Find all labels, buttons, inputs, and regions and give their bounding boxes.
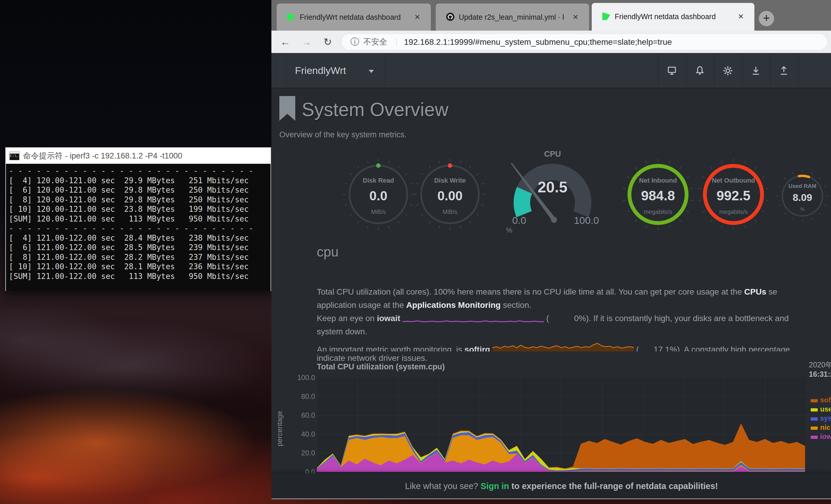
netdata-page: FriendlyWrt — [271, 53, 831, 498]
terminal-line: [SUM] 120.00-121.00 sec 113 MBytes 950 M… — [9, 214, 270, 224]
y-tick: 100.0 — [289, 373, 315, 382]
gauge-disk-read[interactable]: Disk Read 0.0 MiB/s — [340, 156, 417, 234]
terminal-line: - - - - - - - - - - - - - - - - - - - - … — [9, 166, 270, 176]
github-favicon — [446, 12, 455, 21]
chart-time: 16:31:2 — [809, 370, 831, 379]
legend-swatch — [811, 436, 818, 439]
terminal-line: [SUM] 121.00-122.00 sec 113 MBytes 950 M… — [9, 272, 270, 281]
svg-text:megabits/s: megabits/s — [719, 209, 748, 215]
upload-icon[interactable] — [778, 65, 789, 76]
tab-close-icon[interactable]: × — [411, 11, 423, 23]
netdata-header: FriendlyWrt — [271, 53, 831, 88]
svg-text:Net Inbound: Net Inbound — [639, 177, 677, 184]
chevron-down-icon — [369, 70, 374, 73]
tab-netdata-1[interactable]: FriendlyWrt netdata dashboard × — [277, 3, 431, 31]
forward-button[interactable]: → — [300, 35, 313, 48]
security-label[interactable]: 不安全 — [363, 34, 387, 50]
sign-in-link[interactable]: Sign in — [481, 481, 509, 491]
iowait-sparkline[interactable] — [403, 316, 544, 322]
terminal-output[interactable]: - - - - - - - - - - - - - - - - - - - - … — [6, 164, 270, 291]
status-dot — [448, 164, 452, 168]
screen: C:\. 命令提示符 - iperf3 -c 192.168.1.2 -P4 -… — [0, 0, 831, 504]
svg-text:0.0: 0.0 — [512, 215, 526, 226]
netdata-favicon — [602, 12, 610, 21]
svg-text:0.0: 0.0 — [369, 188, 387, 203]
cmd-icon: C:\. — [9, 151, 20, 160]
legend-swatch — [811, 399, 818, 403]
terminal-line: [ 4] 120.00-121.00 sec 29.9 MBytes 251 M… — [9, 176, 270, 185]
terminal-line: [ 8] 121.00-122.00 sec 28.2 MBytes 237 M… — [9, 253, 270, 262]
banner-text: Like what you see? — [405, 481, 480, 491]
terminal-line: [ 6] 121.00-122.00 sec 28.5 MBytes 239 M… — [9, 243, 270, 253]
monitor-icon[interactable] — [666, 65, 677, 76]
status-dot — [376, 164, 381, 168]
y-tick: 20.0 — [289, 449, 315, 457]
download-icon[interactable] — [750, 65, 761, 76]
address-bar[interactable]: ⓘ 不安全 192.168.2.1:19999/#menu_system_sub… — [341, 34, 828, 50]
tab-title: Update r2s_lean_minimal.yml · k — [459, 3, 564, 31]
svg-text:%: % — [800, 207, 804, 212]
tab-netdata-2-active[interactable]: FriendlyWrt netdata dashboard × — [592, 3, 754, 31]
gauge-cpu-title: CPU — [498, 150, 607, 159]
gauge-net-outbound[interactable]: Net Outbound 992.5 megabits/s — [695, 156, 772, 234]
terminal-title: 命令提示符 - iperf3 -c 192.168.1.2 -P4 -t1000 — [23, 148, 182, 164]
svg-text:%: % — [506, 226, 512, 234]
svg-text:Disk Read: Disk Read — [363, 177, 394, 184]
gauge-used-ram[interactable]: Used RAM 8.09 % — [774, 168, 830, 225]
page-title: System Overview — [302, 96, 449, 123]
legend-swatch — [811, 417, 818, 421]
y-tick: 40.0 — [289, 430, 315, 439]
gauge-disk-write[interactable]: Disk Write 0.00 MiB/s — [412, 156, 488, 234]
chart-legend: softirqusersystemniceiowait — [811, 395, 831, 441]
terminal-line: [ 8] 120.00-121.00 sec 29.8 MBytes 250 M… — [9, 195, 270, 205]
legend-item-softirq[interactable]: softirq — [811, 395, 831, 405]
terminal-titlebar[interactable]: C:\. 命令提示符 - iperf3 -c 192.168.1.2 -P4 -… — [6, 148, 270, 164]
y-tick: 60.0 — [289, 411, 315, 420]
section-heading-cpu: cpu — [317, 244, 339, 260]
softirq-sparkline[interactable] — [492, 338, 634, 351]
netdata-favicon — [287, 12, 295, 21]
svg-text:20.5: 20.5 — [538, 178, 567, 196]
terminal-line: [ 10] 120.00-121.00 sec 23.8 MBytes 199 … — [9, 204, 270, 214]
applications-monitoring-link[interactable]: Applications Monitoring — [406, 300, 501, 309]
cpu-description: Total CPU utilization (all cores). 100% … — [317, 285, 831, 365]
legend-item-iowait[interactable]: iowait — [811, 432, 831, 441]
cpus-link[interactable]: CPUs — [744, 287, 767, 296]
site-info-icon[interactable]: ⓘ — [350, 34, 359, 50]
gear-icon[interactable] — [722, 65, 733, 76]
tab-close-icon[interactable]: × — [735, 10, 747, 22]
svg-text:100.0: 100.0 — [574, 215, 599, 226]
y-axis-label: percentage — [276, 384, 284, 473]
new-tab-button[interactable]: + — [759, 11, 774, 26]
browser-window: FriendlyWrt netdata dashboard × Update r… — [271, 0, 831, 499]
svg-text:0.00: 0.00 — [437, 188, 463, 203]
url-text[interactable]: 192.168.2.1:19999/#menu_system_submenu_c… — [404, 34, 672, 50]
legend-item-system[interactable]: system — [811, 414, 831, 423]
legend-item-nice[interactable]: nice — [811, 423, 831, 432]
host-dropdown[interactable]: FriendlyWrt — [295, 53, 346, 88]
signin-banner: Like what you see? Sign in to experience… — [271, 474, 831, 498]
tab-strip: FriendlyWrt netdata dashboard × Update r… — [271, 0, 831, 31]
gauge-cpu[interactable]: CPU 20.5 0.0 100.0 % — [498, 150, 607, 236]
back-button[interactable]: ← — [279, 35, 292, 48]
bookmark-icon — [279, 96, 295, 121]
gauge-net-inbound[interactable]: Net Inbound 984.8 megabits/s — [620, 156, 696, 234]
reload-button[interactable]: ↻ — [321, 35, 334, 48]
legend-swatch — [811, 426, 818, 430]
svg-text:MiB/s: MiB/s — [371, 209, 386, 215]
svg-text:MiB/s: MiB/s — [442, 209, 457, 215]
chart-date: 2020年3 — [809, 360, 831, 370]
svg-text:megabits/s: megabits/s — [644, 209, 672, 215]
legend-swatch — [811, 408, 818, 412]
tab-close-icon[interactable]: × — [570, 11, 581, 23]
terminal-line: - - - - - - - - - - - - - - - - - - - - … — [9, 224, 270, 233]
legend-item-user[interactable]: user — [811, 405, 831, 414]
terminal-window[interactable]: C:\. 命令提示符 - iperf3 -c 192.168.1.2 -P4 -… — [5, 147, 271, 291]
tab-github[interactable]: Update r2s_lean_minimal.yml · k × — [435, 3, 589, 31]
cpu-utilization-chart[interactable] — [317, 378, 806, 472]
tab-title: FriendlyWrt netdata dashboard — [300, 3, 405, 31]
bell-icon[interactable] — [694, 65, 705, 76]
svg-text:Used RAM: Used RAM — [788, 183, 816, 189]
banner-text-bold: to experience the full-range of netdata … — [509, 481, 718, 491]
svg-text:Net Outbound: Net Outbound — [712, 177, 755, 184]
